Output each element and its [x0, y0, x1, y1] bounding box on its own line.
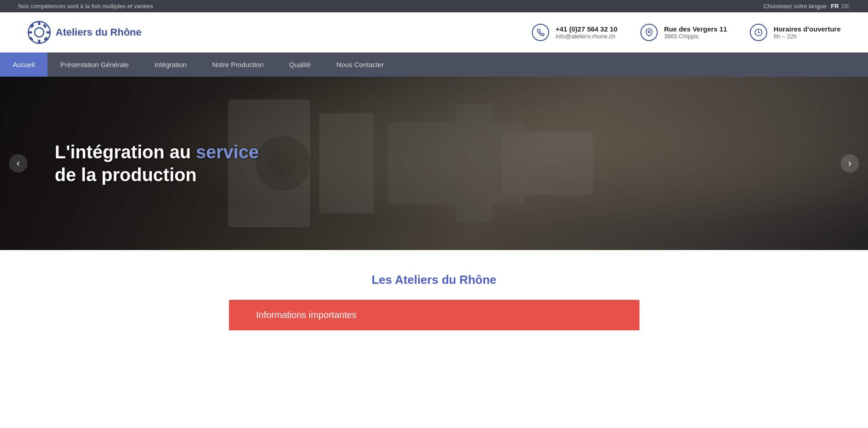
- hero-content: L'intégration au service de la productio…: [0, 141, 259, 186]
- info-banner: Informations importantes: [229, 300, 639, 330]
- address-contact: Rue des Vergers 11 3965 Chippis: [640, 24, 727, 41]
- section-title: Les Ateliers du Rhône: [0, 273, 868, 287]
- lang-label: Choisissez votre langue:: [764, 3, 828, 10]
- site-header: Ateliers du Rhône +41 (0)27 564 32 10 in…: [0, 12, 868, 52]
- slider-prev-button[interactable]: ‹: [9, 154, 27, 172]
- nav-item-qualite[interactable]: Qualité: [276, 52, 324, 77]
- phone-info: +41 (0)27 564 32 10 info@ateliers-rhone.…: [556, 25, 618, 40]
- svg-rect-17: [456, 104, 493, 223]
- phone-icon: [532, 24, 549, 41]
- svg-rect-6: [30, 24, 34, 28]
- hero-title-part2: de la production: [55, 165, 197, 185]
- logo-gear-icon: [27, 21, 51, 44]
- svg-point-16: [269, 150, 296, 177]
- hours-info: Horaires d'ouverture 6h – 22h: [774, 25, 841, 40]
- phone-email: info@ateliers-rhone.ch: [556, 33, 618, 40]
- clock-icon: [750, 24, 767, 41]
- phone-contact: +41 (0)27 564 32 10 info@ateliers-rhone.…: [532, 24, 618, 41]
- header-contacts: +41 (0)27 564 32 10 info@ateliers-rhone.…: [532, 24, 841, 41]
- lang-fr-button[interactable]: FR: [831, 3, 839, 10]
- top-bar: Nos compétences sont à la fois multiples…: [0, 0, 868, 12]
- lang-de-button[interactable]: DE: [842, 3, 850, 10]
- hero-slider: ‹ L'intégration au service de la product…: [0, 77, 868, 250]
- main-nav: Accueil Présentation Générale Intégratio…: [0, 52, 868, 77]
- location-icon: [640, 24, 658, 41]
- info-banner-text: Informations importantes: [256, 310, 357, 320]
- hero-title-part1: L'intégration au: [55, 142, 196, 162]
- svg-rect-2: [38, 21, 41, 25]
- address-city: 3965 Chippis: [664, 33, 727, 40]
- logo-text: Ateliers du Rhône: [56, 27, 141, 38]
- logo[interactable]: Ateliers du Rhône: [27, 21, 141, 44]
- svg-rect-18: [502, 131, 593, 195]
- nav-item-presentation[interactable]: Présentation Générale: [47, 52, 141, 77]
- content-section: Les Ateliers du Rhône Informations impor…: [0, 250, 868, 344]
- nav-item-contact[interactable]: Nous Contacter: [323, 52, 396, 77]
- phone-number: +41 (0)27 564 32 10: [556, 25, 618, 33]
- hours-value: 6h – 22h: [774, 33, 841, 40]
- hours-contact: Horaires d'ouverture 6h – 22h: [750, 24, 841, 41]
- address-street: Rue des Vergers 11: [664, 25, 727, 33]
- hours-label: Horaires d'ouverture: [774, 25, 841, 33]
- svg-point-10: [648, 31, 650, 33]
- nav-item-integration[interactable]: Intégration: [141, 52, 199, 77]
- svg-rect-13: [319, 113, 374, 214]
- nav-item-accueil[interactable]: Accueil: [0, 52, 47, 77]
- hero-title-highlight: service: [196, 142, 259, 162]
- svg-rect-5: [47, 31, 50, 34]
- language-selector: Choisissez votre langue: FR DE: [764, 3, 850, 10]
- address-info: Rue des Vergers 11 3965 Chippis: [664, 25, 727, 40]
- svg-rect-3: [38, 40, 41, 43]
- hero-title: L'intégration au service de la productio…: [55, 141, 259, 186]
- svg-point-1: [35, 28, 44, 37]
- svg-rect-4: [28, 31, 32, 34]
- top-bar-tagline: Nos compétences sont à la fois multiples…: [18, 3, 153, 10]
- slider-next-button[interactable]: ›: [841, 154, 859, 172]
- nav-item-production[interactable]: Notre Production: [199, 52, 276, 77]
